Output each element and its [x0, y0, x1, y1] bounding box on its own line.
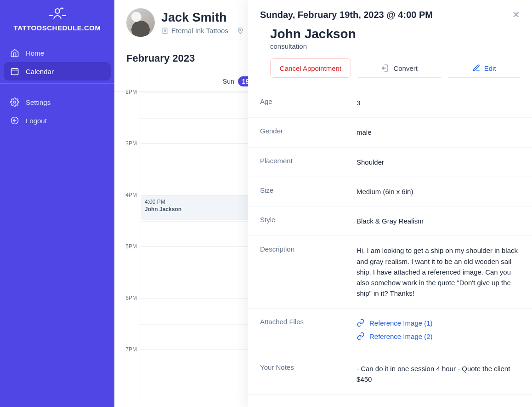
- sidebar-item-calendar[interactable]: Calendar: [4, 62, 111, 80]
- sidebar-item-label: Calendar: [26, 68, 54, 75]
- hour-label: 6PM: [114, 295, 140, 346]
- sidebar-item-logout[interactable]: Logout: [4, 111, 111, 130]
- calendar-icon: [10, 67, 19, 76]
- logo-icon: [47, 6, 68, 22]
- detail-row: StyleBlack & Gray Realism: [248, 206, 532, 236]
- close-icon[interactable]: ✕: [512, 9, 520, 20]
- sidebar-item-label: Home: [26, 49, 44, 57]
- detail-row: Your Notes- Can do it in one session 4 h…: [248, 354, 532, 395]
- detail-row: SizeMedium (6in x 6in): [248, 177, 532, 206]
- svg-point-2: [14, 101, 16, 103]
- appointment-panel: Sunday, February 19th, 2023 @ 4:00 PM ✕ …: [248, 0, 532, 407]
- detail-row: DescriptionHi, I am looking to get a shi…: [248, 236, 532, 308]
- hour-label: 2PM: [114, 89, 140, 140]
- edit-icon: [472, 64, 481, 72]
- sidebar-item-label: Settings: [26, 98, 51, 106]
- link-icon: [357, 319, 365, 327]
- location-icon: [237, 27, 244, 34]
- svg-rect-4: [163, 28, 167, 34]
- svg-point-5: [240, 29, 241, 30]
- svg-point-0: [55, 9, 60, 13]
- convert-button[interactable]: Convert: [357, 58, 441, 78]
- appointment-type: consultation: [270, 42, 520, 50]
- svg-rect-1: [11, 69, 18, 75]
- sidebar-item-settings[interactable]: Settings: [4, 93, 111, 111]
- avatar: [126, 8, 155, 37]
- gear-icon: [10, 97, 19, 107]
- logout-icon: [10, 116, 19, 125]
- brand-text: TATTOOSCHEDULE.COM: [14, 24, 101, 32]
- hour-label: 4PM: [114, 192, 140, 243]
- convert-icon: [381, 64, 390, 72]
- attached-file-link[interactable]: Reference Image (1): [357, 318, 520, 328]
- main: Jack Smith Eternal Ink Tattoos February …: [114, 0, 532, 407]
- detail-row: Attached Files Reference Image (1) Refer…: [248, 309, 532, 355]
- hour-label: 7PM: [114, 346, 140, 398]
- artist-studio: Eternal Ink Tattoos: [161, 27, 244, 34]
- detail-row: Gendermale: [248, 118, 532, 147]
- building-icon: [161, 27, 169, 34]
- sidebar: TATTOOSCHEDULE.COM Home Calendar Setting…: [0, 0, 114, 407]
- artist-name: Jack Smith: [161, 11, 244, 25]
- edit-button[interactable]: Edit: [448, 58, 520, 78]
- detail-row: Age3: [248, 88, 532, 118]
- detail-row: PlacementShoulder: [248, 148, 532, 177]
- home-icon: [10, 48, 19, 57]
- sidebar-item-home[interactable]: Home: [4, 44, 111, 62]
- cancel-appointment-button[interactable]: Cancel Appointment: [270, 58, 351, 78]
- hour-label: 5PM: [114, 243, 140, 295]
- hour-label: 3PM: [114, 140, 140, 192]
- client-name: John Jackson: [270, 27, 520, 41]
- link-icon: [357, 332, 365, 340]
- attached-file-link[interactable]: Reference Image (2): [357, 331, 520, 342]
- panel-date: Sunday, February 19th, 2023 @ 4:00 PM: [260, 10, 433, 20]
- sidebar-item-label: Logout: [26, 117, 47, 125]
- brand-logo: TATTOOSCHEDULE.COM: [0, 0, 114, 41]
